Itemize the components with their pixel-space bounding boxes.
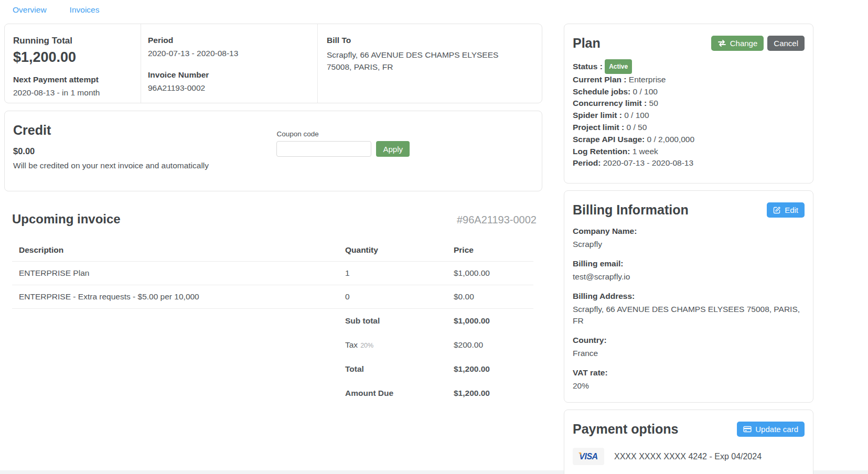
left-column: Running Total $1,200.00 Next Payment att… [4,24,542,405]
billing-field: Country: France [573,336,805,359]
billing-field: Company Name: Scrapfly [573,227,805,250]
col-description: Description [12,239,338,262]
field-value: 0 / 100 [624,111,649,120]
tab-invoices[interactable]: Invoices [70,5,100,24]
tab-overview[interactable]: Overview [13,5,47,24]
tax-row: Tax20% $200.00 [12,333,533,357]
running-total-value: $1,200.00 [13,49,132,66]
bill-to-address: Scrapfly, 66 AVENUE DES CHAMPS ELYSEES 7… [327,49,500,73]
billing-field: Billing Address: Scrapfly, 66 AVENUE DES… [573,292,805,327]
field-label: Billing Address: [573,292,805,301]
credit-card: Credit $0.00 Will be credited on your ne… [4,111,542,191]
period-label: Period [148,36,309,45]
plan-field-line: Current Plan : Enterprise [573,74,805,86]
bill-to-line2: 75008, PARIS, FR [327,61,500,73]
running-total-label: Running Total [13,36,132,46]
edit-pencil-icon [773,206,781,214]
right-column: Plan Change Cancel [564,24,813,474]
plan-field-line: Period: 2020-07-13 - 2020-08-13 [573,157,805,169]
row-quantity: 0 [338,285,447,309]
card-number-text: XXXX XXXX XXXX 4242 - Exp 04/2024 [614,452,762,461]
col-quantity: Quantity [338,239,447,262]
status-badge: Active [605,59,632,74]
change-plan-button[interactable]: Change [711,36,764,51]
invoice-table: Description Quantity Price ENTERPRISE Pl… [12,239,533,405]
field-value: Scrapfly [573,239,805,250]
plan-field-line: Spider limit : 0 / 100 [573,110,805,122]
subtotal-row: Sub total $1,000.00 [12,309,533,333]
saved-card-row: VISA XXXX XXXX XXXX 4242 - Exp 04/2024 [573,448,805,465]
total-row: Total $1,200.00 [12,357,533,381]
row-description: ENTERPRISE - Extra requests - $5.00 per … [12,285,338,309]
total-label: Total [338,357,447,381]
update-card-button[interactable]: Update card [737,422,805,437]
visa-brand-text: VISA [579,452,597,461]
billing-information-card: Billing Information Edit Company Na [564,190,813,403]
billing-field: Billing email: test@scrapfly.io [573,259,805,283]
plan-status-line: Status : Active [573,59,805,74]
field-label: Company Name: [573,227,805,236]
field-value: 0 / 50 [627,123,647,132]
coupon-input[interactable] [276,141,371,157]
next-payment-label: Next Payment attempt [13,75,132,84]
field-label: Spider limit : [573,111,622,120]
total-value: $1,200.00 [447,357,533,381]
period-value: 2020-07-13 - 2020-08-13 [148,49,309,58]
bill-to-label: Bill To [327,36,533,45]
running-total-section: Running Total $1,200.00 Next Payment att… [5,24,141,103]
summary-card: Running Total $1,200.00 Next Payment att… [4,24,542,103]
plan-title: Plan [573,36,601,51]
field-value: 20% [573,380,805,392]
col-price: Price [447,239,533,262]
apply-coupon-button[interactable]: Apply [376,141,410,157]
plan-field-line: Project limit : 0 / 50 [573,122,805,134]
bill-to-section: Bill To Scrapfly, 66 AVENUE DES CHAMPS E… [317,24,542,103]
status-label: Status : [573,62,603,71]
content: Running Total $1,200.00 Next Payment att… [0,24,868,474]
field-value: 50 [649,99,658,107]
plan-details: Status : Active Current Plan : Enterpris… [573,59,805,169]
upcoming-invoice-title: Upcoming invoice [12,212,121,227]
row-description: ENTERPRISE Plan [12,262,338,285]
field-value: 1 week [633,147,658,156]
field-label: Scrape API Usage: [573,135,645,144]
plan-card: Plan Change Cancel [564,24,813,184]
credit-note: Will be credited on your next invoice an… [13,161,209,170]
credit-info: Credit $0.00 Will be credited on your ne… [13,123,209,191]
period-section: Period 2020-07-13 - 2020-08-13 Invoice N… [141,24,317,103]
billing-field: VAT rate: 20% [573,368,805,392]
update-card-label: Update card [755,425,798,434]
plan-field-line: Concurrency limit : 50 [573,98,805,110]
field-value: France [573,348,805,359]
invoice-ref: #96A21193-0002 [457,214,537,226]
coupon-label: Coupon code [276,130,410,138]
amount-due-label: Amount Due [338,381,447,405]
field-label: Country: [573,336,805,345]
visa-logo-icon: VISA [573,448,604,465]
subtotal-value: $1,000.00 [447,309,533,333]
bill-to-line1: Scrapfly, 66 AVENUE DES CHAMPS ELYSEES [327,49,500,61]
tax-rate-note: 20% [360,342,373,349]
subtotal-label: Sub total [338,309,447,333]
row-price: $0.00 [447,285,533,309]
field-value: 0 / 2,000,000 [647,135,695,144]
amount-due-row: Amount Due $1,200.00 [12,381,533,405]
invoice-number-value: 96A21193-0002 [148,83,309,93]
amount-due-value: $1,200.00 [447,381,533,405]
cancel-plan-button[interactable]: Cancel [767,36,805,51]
field-value: 2020-07-13 - 2020-08-13 [603,158,693,167]
change-plan-label: Change [730,39,758,48]
payment-options-card: Payment options Update card [564,410,813,474]
edit-billing-button[interactable]: Edit [767,202,805,218]
credit-title: Credit [13,123,209,138]
field-label: Log Retention: [573,147,630,156]
billing-fields: Company Name: Scrapfly Billing email: te… [573,227,805,392]
row-price: $1,000.00 [447,262,533,285]
tax-value: $200.00 [447,333,533,357]
upcoming-invoice-section: Upcoming invoice #96A21193-0002 Descript… [4,199,542,405]
field-value: Scrapfly, 66 AVENUE DES CHAMPS ELYSEES 7… [573,304,805,327]
field-label: Concurrency limit : [573,99,647,107]
field-label: Period: [573,158,601,167]
field-label: Project limit : [573,123,624,132]
row-quantity: 1 [338,262,447,285]
